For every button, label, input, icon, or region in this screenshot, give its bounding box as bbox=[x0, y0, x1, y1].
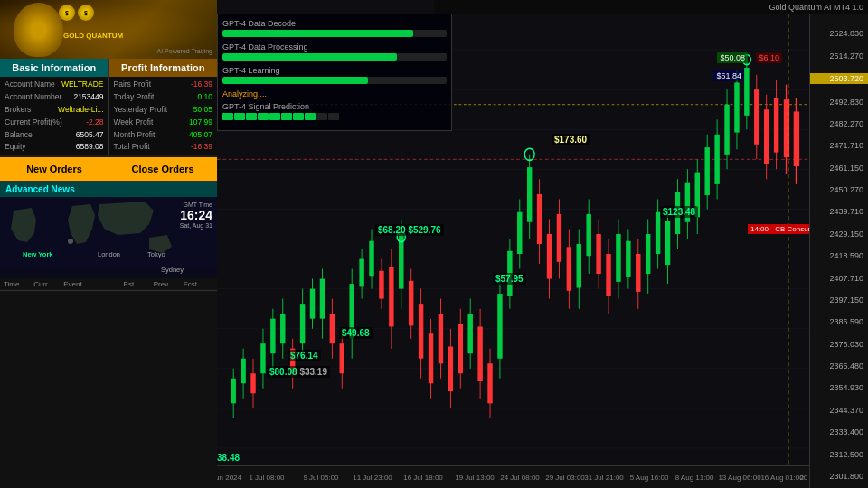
svg-rect-103 bbox=[665, 221, 670, 265]
current-price-tick: 2503.720 bbox=[810, 73, 868, 84]
top-bar: Gold Quantum AI MT4 1.0 bbox=[434, 0, 868, 14]
basic-account-name-row: Account Name WELTRADE bbox=[2, 79, 107, 91]
svg-rect-113 bbox=[714, 135, 719, 184]
profit-week-row: Week Profit 107.99 bbox=[111, 117, 216, 129]
basic-equity-row: Equity 6589.08 bbox=[2, 141, 107, 154]
time-tick-0: 26 Jun 2024 bbox=[217, 474, 241, 482]
chart-area[interactable]: GPT-4 Data Decode GPT-4 Data Processing … bbox=[217, 0, 809, 488]
svg-rect-33 bbox=[320, 279, 325, 319]
price-label-76: $76.14 bbox=[288, 350, 321, 361]
svg-rect-65 bbox=[477, 326, 482, 381]
new-orders-button[interactable]: New Orders bbox=[0, 157, 108, 181]
svg-rect-31 bbox=[310, 289, 315, 319]
time-tick-9: 5 Aug 16:00 bbox=[630, 474, 669, 482]
info-headers: Basic Information Profit Information bbox=[0, 59, 217, 77]
svg-rect-121 bbox=[754, 89, 759, 145]
time-tick-7: 29 Jul 03:00 bbox=[545, 474, 585, 482]
profit-yesterday-row: Yesterday Profit 50.05 bbox=[111, 104, 216, 117]
time-tick-12: 16 Aug 01:00 bbox=[760, 474, 803, 482]
price-2301: 2301.800 bbox=[810, 472, 868, 481]
news-event-10: 14:00 - CB Consumer Confidence bbox=[748, 224, 809, 234]
gpt-learning-label: GPT-4 Learning bbox=[222, 66, 447, 75]
svg-rect-119 bbox=[744, 68, 749, 116]
profit-today-row: Today Profit 0.10 bbox=[111, 91, 216, 104]
svg-rect-99 bbox=[646, 234, 650, 274]
svg-rect-25 bbox=[280, 314, 285, 343]
time-tick-13: 20 Aug 19:00 bbox=[799, 474, 809, 482]
action-buttons: New Orders Close Orders bbox=[0, 157, 217, 181]
svg-rect-75 bbox=[527, 167, 532, 222]
svg-rect-81 bbox=[557, 214, 561, 262]
time-tick-2: 9 Jul 05:00 bbox=[303, 474, 338, 482]
price-label-80: $80.08 $33.19 bbox=[267, 366, 330, 378]
gmt-time-display: GMT Time 16:24 Sat, Aug 31 bbox=[180, 202, 212, 229]
time-tick-5: 19 Jul 13:00 bbox=[455, 474, 495, 482]
main-container: $ $ GOLD QUANTUM AI Powered Trading Basi… bbox=[0, 0, 868, 488]
time-tick-8: 31 Jul 21:00 bbox=[584, 474, 624, 482]
price-label-123: $123.48 bbox=[660, 206, 698, 218]
svg-rect-45 bbox=[379, 271, 383, 299]
price-2514: 2514.270 bbox=[810, 52, 868, 61]
news-column-headers: Time Curr. Event Est. Prev Fcst bbox=[0, 278, 217, 291]
gpt-analyzing-text: Analyzing.... bbox=[222, 89, 447, 99]
profit-info-header: Profit Information bbox=[109, 59, 218, 77]
svg-rect-61 bbox=[458, 324, 463, 373]
svg-rect-95 bbox=[626, 241, 630, 277]
time-axis: 26 Jun 2024 1 Jul 08:00 9 Jul 05:00 11 J… bbox=[217, 465, 809, 488]
svg-rect-83 bbox=[567, 247, 571, 290]
svg-rect-37 bbox=[340, 343, 344, 373]
gpt-data-processing-row: GPT-4 Data Processing bbox=[222, 42, 447, 61]
svg-rect-97 bbox=[636, 254, 640, 292]
svg-rect-57 bbox=[439, 314, 443, 363]
price-2429: 2429.150 bbox=[810, 230, 868, 239]
price-2397: 2397.150 bbox=[810, 296, 868, 305]
top-image-banner: $ $ GOLD QUANTUM AI Powered Trading bbox=[0, 0, 217, 59]
gpt-learning-row: GPT-4 Learning bbox=[222, 66, 447, 84]
time-tick-1: 1 Jul 08:00 bbox=[249, 474, 284, 482]
svg-rect-29 bbox=[300, 304, 305, 343]
price-label-173: $173.60 bbox=[552, 134, 590, 145]
price-label-6: $6.10 bbox=[756, 52, 782, 63]
price-2386: 2386.590 bbox=[810, 317, 868, 326]
time-tick-3: 11 Jul 23:00 bbox=[353, 474, 392, 482]
svg-rect-53 bbox=[419, 304, 423, 359]
gpt-learning-bar bbox=[222, 77, 447, 84]
gpt-data-processing-bar bbox=[222, 53, 447, 61]
price-2354: 2354.930 bbox=[810, 383, 868, 392]
svg-rect-23 bbox=[270, 319, 275, 354]
price-2524: 2524.830 bbox=[810, 29, 868, 38]
svg-rect-123 bbox=[764, 109, 769, 164]
basic-info-header: Basic Information bbox=[0, 59, 109, 77]
right-price-axis: 2535.390 2524.830 2514.270 2503.720 2492… bbox=[809, 0, 868, 488]
gpt-data-decode-row: GPT-4 Data Decode bbox=[222, 19, 447, 37]
gpt-panel: GPT-4 Data Decode GPT-4 Data Processing … bbox=[217, 14, 452, 131]
gpt-signal-label: GPT-4 Signal Prediction bbox=[222, 102, 447, 111]
info-tables: Account Name WELTRADE Account Number 215… bbox=[0, 77, 217, 155]
gpt-signal-row: GPT-4 Signal Prediction bbox=[222, 102, 447, 120]
profit-total-row: Total Profit -16.39 bbox=[111, 141, 216, 154]
price-2344: 2344.370 bbox=[810, 406, 868, 415]
app-title: Gold Quantum AI MT4 1.0 bbox=[769, 3, 863, 12]
svg-rect-67 bbox=[487, 363, 492, 403]
svg-rect-41 bbox=[359, 259, 363, 287]
price-2312: 2312.500 bbox=[810, 450, 868, 459]
golden-face-icon bbox=[14, 3, 63, 57]
svg-rect-93 bbox=[616, 234, 620, 282]
price-label-68: $68.20 $529.76 bbox=[375, 224, 444, 236]
left-panel: $ $ GOLD QUANTUM AI Powered Trading Basi… bbox=[0, 0, 217, 488]
price-label-49: $49.68 bbox=[339, 327, 373, 339]
gpt-data-decode-bar bbox=[222, 30, 447, 37]
price-label-57: $57.95 bbox=[493, 273, 526, 285]
world-map: New York London Tokyo Sydney GMT Time 16… bbox=[0, 197, 217, 278]
advanced-news-panel: Advanced News New York bbox=[0, 181, 217, 488]
svg-rect-15 bbox=[231, 379, 235, 404]
bottom-price-label: 38.48 bbox=[217, 453, 240, 463]
time-tick-10: 8 Aug 11:00 bbox=[675, 474, 714, 482]
price-2333: 2333.400 bbox=[810, 427, 868, 436]
price-2376: 2376.030 bbox=[810, 340, 868, 349]
svg-rect-17 bbox=[241, 359, 245, 384]
close-orders-button[interactable]: Close Orders bbox=[108, 157, 217, 181]
chart-section: Gold Quantum AI MT4 1.0 GPT-4 Data Decod… bbox=[217, 0, 868, 488]
svg-rect-19 bbox=[250, 373, 255, 393]
svg-rect-55 bbox=[429, 333, 433, 383]
